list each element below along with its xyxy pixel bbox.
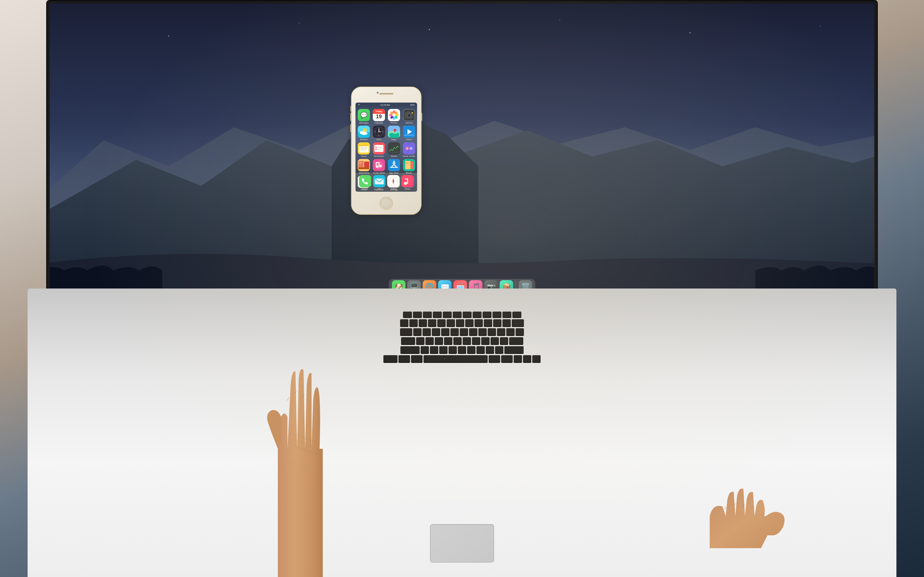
dock-music-label: Music: [405, 188, 410, 190]
svg-rect-75: [389, 152, 399, 152]
svg-point-129: [393, 181, 394, 182]
mute-switch[interactable]: [351, 106, 352, 111]
svg-rect-82: [359, 161, 363, 168]
weather-label: Weather: [360, 139, 368, 141]
dock-safari-label: Safari: [391, 188, 396, 190]
svg-rect-66: [359, 145, 368, 145]
svg-rect-76: [403, 142, 415, 155]
app-icon-appstore[interactable]: App Store: [387, 159, 401, 174]
status-time: 10:33 AM: [381, 104, 390, 106]
calendar-month: Friday: [373, 109, 385, 114]
notes-icon-img: [358, 142, 370, 155]
svg-rect-97: [410, 161, 413, 169]
messages-label: Messages: [359, 122, 368, 124]
dock-safari-icon: [387, 175, 399, 187]
calendar-icon-img: Friday 19: [373, 109, 385, 121]
svg-rect-68: [375, 145, 383, 152]
svg-rect-64: [360, 150, 365, 150]
svg-rect-61: [359, 145, 368, 153]
airplane-mode-icon: ✈: [358, 103, 360, 106]
dock-music[interactable]: Music: [401, 175, 414, 190]
weather-icon-img: [358, 126, 370, 138]
app-icon-gamecenter[interactable]: Game Center: [402, 142, 416, 157]
svg-point-34: [408, 114, 409, 115]
iphone-dock: Phone Mail: [355, 173, 417, 192]
newsstand-icon-img: [358, 159, 370, 171]
svg-point-90: [379, 165, 382, 167]
reminders-label: Reminders: [374, 155, 384, 157]
dock-phone-label: Phone: [362, 188, 368, 190]
svg-point-3: [429, 29, 430, 30]
volume-up-button[interactable]: [351, 113, 352, 121]
svg-rect-85: [359, 162, 362, 163]
svg-point-27: [393, 113, 396, 117]
stocks-label: Stocks: [391, 155, 397, 157]
keyboard: [115, 311, 809, 363]
maps-icon-img: [388, 126, 400, 138]
svg-rect-35: [407, 111, 409, 113]
app-icon-stocks[interactable]: Stocks: [387, 142, 401, 157]
svg-rect-63: [360, 148, 367, 149]
app-icon-reminders[interactable]: Reminders: [372, 142, 386, 157]
itunes-icon-img: [373, 159, 385, 171]
svg-point-52: [379, 131, 380, 132]
svg-point-1: [168, 35, 170, 37]
app-icon-ibooks[interactable]: iBooks: [402, 159, 416, 174]
gamecenter-label: Game Center: [403, 155, 415, 157]
battery-indicator: 93%: [410, 104, 415, 106]
right-hand: [710, 478, 832, 548]
camera-label: Camera: [405, 122, 413, 124]
status-bar: ✈ 10:33 AM 93%: [355, 103, 417, 107]
app-icon-messages[interactable]: 💬 Messages: [357, 109, 371, 124]
app-icon-weather[interactable]: Weather: [357, 126, 371, 141]
svg-rect-59: [404, 135, 414, 135]
dock-mail-label: Mail: [377, 188, 381, 190]
trackpad[interactable]: [430, 524, 494, 562]
svg-point-55: [394, 129, 396, 131]
app-icon-clock[interactable]: Clock: [372, 126, 386, 141]
dock-mail[interactable]: Mail: [373, 175, 385, 190]
svg-rect-62: [360, 147, 367, 148]
notes-label: Notes: [361, 155, 367, 157]
home-button[interactable]: [380, 197, 393, 210]
svg-point-41: [361, 132, 367, 135]
front-camera: [376, 92, 379, 93]
svg-point-4: [559, 19, 560, 20]
svg-rect-99: [406, 162, 409, 163]
svg-point-36: [412, 112, 413, 113]
messages-icon-img: 💬: [358, 109, 370, 121]
app-icon-calendar[interactable]: Friday 19 Calendar: [372, 109, 386, 124]
svg-point-6: [820, 26, 821, 27]
iphone-screen[interactable]: ✈ 10:33 AM 93% 💬 Messages Friday 19: [355, 103, 417, 192]
svg-rect-83: [364, 161, 369, 168]
app-icon-camera[interactable]: Camera: [402, 109, 416, 124]
laptop-screen: 🐶 🖥️ 🌐 ✉️ 🗓️ 🎵 📷 📦 🗑️: [50, 3, 874, 297]
yosemite-wallpaper: [50, 3, 874, 297]
videos-icon-img: [403, 126, 415, 138]
videos-label: Videos: [406, 139, 412, 141]
clock-label: Clock: [376, 139, 381, 141]
iphone-device: ✈ 10:33 AM 93% 💬 Messages Friday 19: [351, 87, 422, 215]
app-icon-photos[interactable]: Photos: [387, 109, 401, 124]
svg-point-79: [406, 147, 408, 149]
svg-line-7: [287, 398, 289, 401]
app-icon-maps[interactable]: Maps: [387, 126, 401, 141]
stocks-icon-img: [388, 142, 400, 155]
volume-down-button[interactable]: [351, 124, 352, 132]
dock-mail-icon: [373, 175, 385, 187]
app-icon-videos[interactable]: Videos: [402, 126, 416, 141]
app-icon-notes[interactable]: Notes: [357, 142, 371, 157]
app-icon-newsstand[interactable]: Newsstand: [357, 159, 371, 174]
svg-rect-133: [405, 179, 408, 179]
svg-rect-92: [376, 163, 376, 167]
left-hand: [258, 321, 355, 577]
power-button[interactable]: [421, 113, 422, 121]
dock-phone[interactable]: Phone: [359, 175, 371, 190]
speaker-grille: [379, 93, 393, 95]
app-icon-itunes[interactable]: iTunes Store: [372, 159, 386, 174]
svg-rect-118: [359, 175, 371, 187]
dock-safari[interactable]: Safari: [387, 175, 399, 190]
clock-icon-img: [373, 126, 385, 138]
svg-point-69: [375, 147, 376, 148]
photos-label: Photos: [391, 122, 397, 124]
